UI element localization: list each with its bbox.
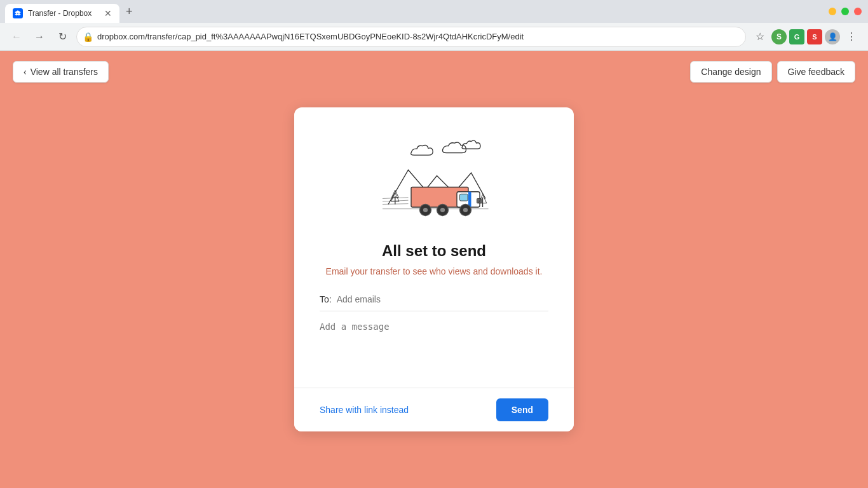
message-input[interactable]	[320, 322, 548, 372]
tab-close-icon[interactable]: ✕	[104, 8, 112, 18]
view-all-transfers-button[interactable]: ‹ View all transfers	[13, 61, 109, 83]
card-subtitle: Email your transfer to see who views and…	[326, 266, 543, 276]
card-body: All set to send Email your transfer to s…	[294, 107, 574, 388]
tab-title: Transfer - Dropbox	[28, 9, 99, 18]
app-topbar: ‹ View all transfers Change design Give …	[0, 51, 868, 93]
truck-illustration	[377, 128, 491, 229]
email-field-row: To:	[320, 294, 548, 311]
card-title: All set to send	[382, 242, 486, 260]
reload-button[interactable]: ↻	[53, 28, 71, 46]
maximize-button[interactable]	[841, 8, 849, 15]
card-footer: Share with link instead Send	[294, 388, 574, 431]
svg-rect-0	[13, 8, 23, 18]
back-arrow-icon: ‹	[24, 67, 27, 77]
extension-icon-3[interactable]: S	[807, 29, 822, 44]
new-tab-button[interactable]: +	[122, 0, 137, 23]
app-content: ‹ View all transfers Change design Give …	[0, 51, 868, 488]
browser-tabs: Transfer - Dropbox ✕ +	[5, 0, 137, 23]
share-with-link-button[interactable]: Share with link instead	[320, 405, 409, 415]
svg-point-11	[423, 208, 428, 212]
extension-icon-2[interactable]: G	[789, 29, 804, 44]
topbar-right-actions: Change design Give feedback	[690, 61, 855, 83]
change-design-button[interactable]: Change design	[690, 61, 771, 83]
extension-icon-1[interactable]: S	[771, 29, 787, 44]
give-feedback-button[interactable]: Give feedback	[777, 61, 856, 83]
svg-rect-7	[460, 194, 468, 201]
back-nav-button[interactable]: ←	[8, 28, 25, 46]
active-tab[interactable]: Transfer - Dropbox ✕	[5, 4, 119, 23]
menu-icon[interactable]: ⋮	[843, 28, 860, 46]
main-card: All set to send Email your transfer to s…	[294, 107, 574, 431]
browser-titlebar: Transfer - Dropbox ✕ +	[0, 0, 868, 23]
minimize-button[interactable]	[829, 8, 836, 15]
email-label: To:	[320, 294, 332, 304]
browser-toolbar: ← → ↻ 🔒 ☆ S G S 👤 ⋮	[0, 23, 868, 51]
tab-favicon	[13, 8, 23, 18]
security-lock-icon: 🔒	[83, 32, 93, 42]
close-button[interactable]	[854, 8, 862, 15]
bookmark-icon[interactable]: ☆	[751, 28, 769, 46]
forward-nav-button[interactable]: →	[31, 28, 48, 46]
svg-point-15	[463, 208, 468, 212]
email-input[interactable]	[337, 294, 548, 304]
address-bar[interactable]	[76, 27, 746, 47]
send-button[interactable]: Send	[496, 398, 548, 421]
profile-icon[interactable]: 👤	[825, 29, 840, 44]
back-button-label: View all transfers	[31, 67, 98, 77]
svg-point-13	[440, 208, 445, 212]
